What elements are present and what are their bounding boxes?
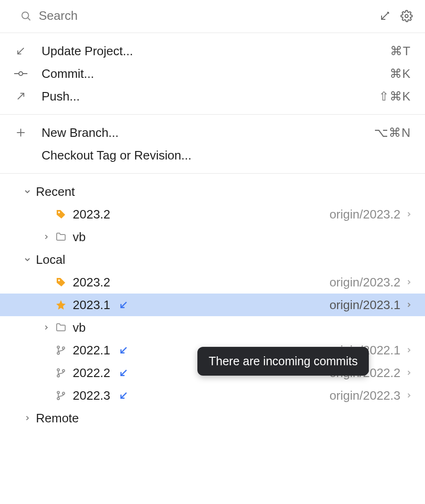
branch-item-recent-2023.2[interactable]: 2023.2 origin/2023.2 [0, 203, 425, 226]
branch-item-local-2023.1[interactable]: 2023.1 origin/2023.1 [0, 294, 425, 316]
checkout-tag-action[interactable]: Checkout Tag or Revision... [0, 144, 425, 167]
branch-icon [55, 389, 67, 402]
svg-line-27 [121, 393, 127, 398]
star-icon [55, 299, 67, 311]
svg-line-19 [121, 347, 127, 353]
tracking-branch: origin/2023.2 [330, 275, 400, 290]
svg-point-7 [19, 72, 23, 76]
action-label: Update Project... [42, 44, 390, 59]
group-label: Recent [36, 185, 75, 199]
search-input[interactable] [39, 8, 372, 23]
incoming-commits-icon [119, 345, 128, 355]
tag-icon [55, 276, 67, 288]
group-label: Local [36, 252, 65, 267]
action-label: Commit... [42, 67, 390, 81]
action-label: Checkout Tag or Revision... [42, 148, 411, 163]
chevron-down-icon [21, 187, 34, 196]
svg-point-17 [57, 352, 60, 354]
branches-tree: Recent 2023.2 origin/2023.2 vb [0, 174, 425, 448]
commit-action[interactable]: Commit... ⌘K [0, 62, 425, 85]
svg-point-18 [62, 347, 65, 349]
branch-actions: New Branch... ⌥⌘N Checkout Tag or Revisi… [0, 115, 425, 174]
tooltip-text: There are incoming commits [209, 354, 357, 368]
chevron-right-icon [40, 324, 53, 331]
chevron-right-icon [405, 369, 413, 377]
plus-icon [0, 127, 42, 138]
svg-point-21 [57, 375, 60, 377]
svg-line-10 [18, 93, 24, 100]
svg-point-13 [58, 211, 60, 213]
gear-icon[interactable] [400, 10, 413, 22]
folder-name: vb [73, 230, 85, 244]
folder-icon [55, 231, 67, 243]
action-label: New Branch... [42, 126, 374, 140]
svg-line-1 [28, 18, 30, 20]
chevron-right-icon [405, 210, 413, 218]
commit-icon [0, 68, 42, 79]
svg-point-14 [58, 279, 60, 281]
search-icon [20, 10, 32, 22]
chevron-right-icon [405, 392, 413, 399]
branch-item-local-2023.2[interactable]: 2023.2 origin/2023.2 [0, 271, 425, 294]
incoming-commits-tooltip: There are incoming commits [197, 347, 369, 376]
incoming-commits-icon [119, 300, 128, 310]
chevron-right-icon [405, 346, 413, 354]
incoming-commits-icon [119, 368, 128, 378]
folder-item-recent-vb[interactable]: vb [0, 226, 425, 248]
tracking-branch: origin/2022.3 [330, 388, 400, 403]
tracking-branch: origin/2023.2 [330, 207, 400, 222]
header [0, 0, 425, 33]
new-branch-action[interactable]: New Branch... ⌥⌘N [0, 121, 425, 144]
search-field[interactable] [20, 8, 372, 23]
tree-group-local[interactable]: Local [0, 248, 425, 271]
branch-name: 2023.1 [73, 298, 110, 312]
action-shortcut: ⌘T [390, 44, 411, 59]
header-actions [379, 10, 413, 22]
push-action[interactable]: Push... ⇧⌘K [0, 85, 425, 108]
group-label: Remote [36, 411, 79, 426]
chevron-right-icon [405, 301, 413, 309]
top-actions: Update Project... ⌘T Commit... ⌘K Push..… [0, 33, 425, 115]
tracking-branch: origin/2023.1 [330, 298, 400, 312]
svg-point-25 [57, 397, 60, 400]
action-shortcut: ⇧⌘K [379, 89, 411, 104]
fetch-icon[interactable] [379, 10, 391, 22]
svg-point-22 [62, 370, 65, 372]
folder-item-local-vb[interactable]: vb [0, 316, 425, 339]
svg-line-23 [121, 370, 127, 376]
action-shortcut: ⌘K [390, 67, 411, 81]
branch-name: 2023.2 [73, 275, 110, 290]
branch-item-local-2022.3[interactable]: 2022.3 origin/2022.3 [0, 384, 425, 407]
branch-name: 2022.2 [73, 366, 110, 380]
svg-line-6 [18, 48, 24, 54]
folder-name: vb [73, 320, 85, 335]
tree-group-recent[interactable]: Recent [0, 180, 425, 203]
push-icon [0, 91, 42, 101]
svg-point-5 [405, 14, 408, 17]
chevron-right-icon [40, 233, 53, 241]
tree-group-remote[interactable]: Remote [0, 407, 425, 429]
svg-point-26 [62, 392, 65, 395]
svg-line-2 [382, 13, 388, 19]
branch-name: 2022.1 [73, 343, 110, 358]
svg-line-15 [121, 302, 127, 308]
action-label: Push... [42, 89, 379, 104]
svg-point-24 [57, 391, 60, 394]
chevron-right-icon [405, 278, 413, 286]
update-project-action[interactable]: Update Project... ⌘T [0, 40, 425, 62]
branch-name: 2022.3 [73, 388, 110, 403]
chevron-right-icon [21, 414, 34, 422]
incoming-commits-icon [119, 391, 128, 400]
svg-point-20 [57, 369, 60, 371]
branch-icon [55, 344, 67, 356]
chevron-down-icon [21, 255, 34, 264]
branch-name: 2023.2 [73, 207, 110, 222]
svg-point-0 [22, 12, 29, 18]
svg-point-16 [57, 346, 60, 348]
branches-popup: Update Project... ⌘T Commit... ⌘K Push..… [0, 0, 425, 504]
update-icon [0, 46, 42, 56]
folder-icon [55, 321, 67, 334]
action-shortcut: ⌥⌘N [374, 126, 411, 140]
tag-icon [55, 208, 67, 220]
branch-icon [55, 367, 67, 379]
